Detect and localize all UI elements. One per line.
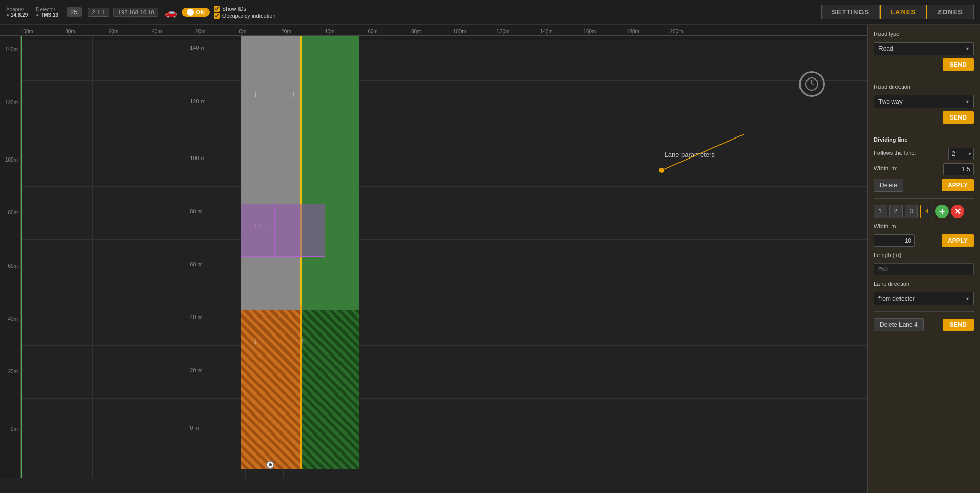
width-apply-row: APPLY [874,234,974,247]
distance-label: 100 m [190,155,206,161]
width-m-input[interactable] [943,163,974,175]
width-m-label: Width, m: [874,165,897,171]
lane-del-btn[interactable]: ✕ [951,205,964,218]
zone-purple-2[interactable] [274,204,325,257]
ruler-top-tick [546,32,547,35]
lane-num-3[interactable]: 3 [905,205,918,218]
ruler-top-tick [26,32,26,35]
road-type-select-wrapper: Road [874,42,974,55]
ruler-top-tick [416,32,416,35]
width-input[interactable] [874,234,915,247]
ruler-top-tick [286,32,287,35]
grid-v-4 [207,36,207,478]
ip-badge: 192.168.10.10 [113,8,158,17]
divider-orange [300,305,302,469]
grid-h-3 [21,186,867,187]
ruler-top: -100m-80m-60m-40m-20m0m20m40m60m80m100m1… [0,25,867,36]
grid-h-8 [21,451,867,451]
grid-h-7 [21,398,867,399]
occupancy-label[interactable]: Occupancy indication [214,13,276,19]
detector-dot: ● [36,12,41,18]
delete-lane-row: Delete Lane 4 SEND [874,318,974,331]
distance-label: 40 m [190,314,202,320]
main-area: -100m-80m-60m-40m-20m0m20m40m60m80m100m1… [0,25,980,493]
sensor-dot-inner [269,463,272,466]
road-type-select[interactable]: Road [874,42,974,55]
purple-arrow-3: ↑ [258,222,262,230]
ruler-top-tick [243,32,243,35]
road-type-label: Road type [874,31,974,37]
lane-nums: 1 2 3 4 + ✕ [874,205,974,218]
car-icon: 🚗 [165,6,177,18]
follows-lane-label: Follows the lane: [874,150,916,156]
ruler-top-tick [676,32,676,35]
ruler-top-tick [329,32,330,35]
send-btn-3[interactable]: SEND [943,319,974,331]
lane-direction-section: Lane direction from detector [874,281,974,305]
divider-1 [874,77,974,77]
length-input [874,263,974,275]
dividing-line-label: Dividing line [874,136,974,143]
zone-purple-1[interactable] [241,204,274,257]
sensor-dot[interactable] [266,461,274,469]
apply-btn-1[interactable]: APPLY [942,179,974,191]
delete-lane-btn[interactable]: Delete Lane 4 [874,318,924,331]
distance-label: 20 m [190,367,202,373]
ruler-left-mark: 80m [8,210,18,215]
detector-info: Detector ● TMS.13 [36,7,58,18]
send-btn-2[interactable]: SEND [943,111,974,124]
grid-h-2 [21,133,867,133]
lane-num-4[interactable]: 4 [920,205,933,218]
road-direction-select[interactable]: Two way [874,95,974,108]
ruler-top-tick [199,32,199,35]
send-btn-1[interactable]: SEND [943,58,974,71]
follows-lane-select[interactable]: 2 [948,148,974,160]
show-ids-label[interactable]: Show IDs [214,6,276,12]
toggle-circle [187,9,194,16]
grid-v-2 [131,36,131,478]
apply-btn-2[interactable]: APPLY [942,234,974,247]
ruler-left-mark: 100m [5,157,18,163]
length-section: Length (m) [874,252,974,275]
distance-label: 0 m [190,425,199,431]
grid-h-1 [21,80,867,81]
tab-lanes[interactable]: LANES [880,5,927,19]
occupancy-checkbox[interactable] [214,13,220,19]
follows-lane-row: Follows the lane: 2 [874,148,974,160]
distance-label: 80 m [190,208,202,214]
ruler-left: 140m120m100m80m60m40m20m0m [0,36,21,478]
adapter-dot: ● [6,12,11,18]
top-tab-group: SETTINGS LANES ZONES [821,5,974,19]
clock-icon [799,71,825,97]
adapter-info: Adapter ● 14.8.29 [6,7,28,18]
ruler-left-mark: 40m [8,316,18,322]
lane-direction-label: Lane direction [874,281,974,287]
lane-orange-hatch [241,310,300,469]
detector-label: Detector [36,7,58,12]
ruler-top-tick [589,32,590,35]
toggle-on[interactable]: ON [182,8,210,17]
lane-direction-select[interactable]: from detector [874,292,974,305]
lane-num-1[interactable]: 1 [874,205,887,218]
lane-add-btn[interactable]: + [935,205,949,218]
lane-direction-select-wrapper: from detector [874,292,974,305]
arrow-up-3: ↑ [300,336,305,347]
tab-zones[interactable]: ZONES [927,5,974,19]
delete-btn[interactable]: Delete [874,179,903,192]
grid-v-3 [169,36,169,478]
road-vis[interactable]: ↓ ↓ ↑ ↑ ↓ ↑ ↓ ↓ ↑ ↑ [21,36,867,478]
lane-gray [241,36,300,310]
width-m-row: Width, m: [874,163,974,175]
arrow-down-2: ↓ [253,89,258,100]
ruler-top-tick [112,32,113,35]
tab-settings[interactable]: SETTINGS [821,5,880,19]
ruler-left-mark: 120m [5,100,18,105]
ruler-top-tick [503,32,503,35]
purple-arrow-2: ↓ [254,222,257,230]
show-ids-checkbox[interactable] [214,6,220,12]
arrow-down-3: ↓ [253,336,258,347]
green-border [21,36,22,478]
lane-num-2[interactable]: 2 [889,205,903,218]
grid-v-1 [92,36,93,478]
width-label: Width, m [874,223,974,229]
